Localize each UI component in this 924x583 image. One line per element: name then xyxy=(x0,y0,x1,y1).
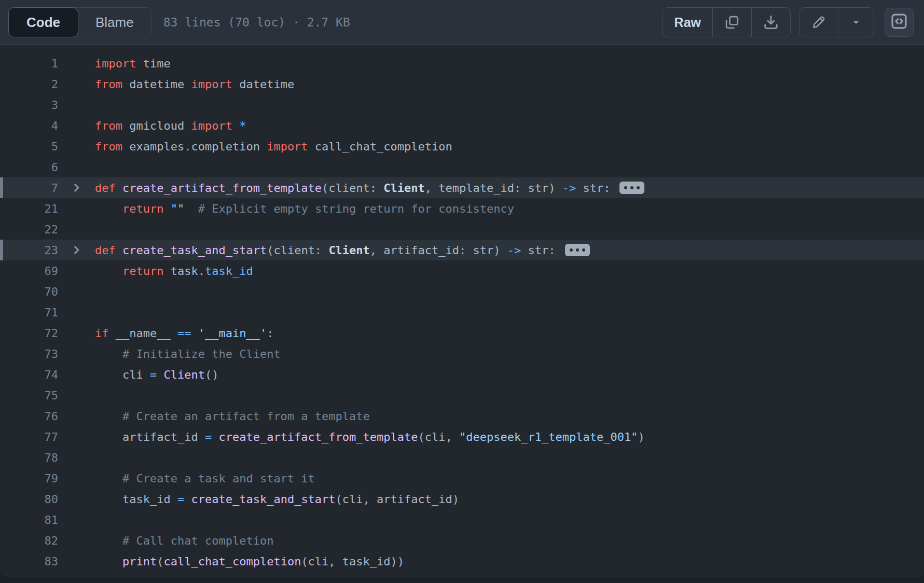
code-blame-switch: Code Blame xyxy=(8,7,152,37)
code-text: task_id = create_task_and_start(cli, art… xyxy=(95,493,459,506)
edit-dropdown-button[interactable] xyxy=(838,8,874,37)
line-number[interactable]: 69 xyxy=(0,265,58,277)
code-text: cli = Client() xyxy=(95,368,218,381)
pencil-icon xyxy=(811,15,826,30)
code-line: 76 # Create an artifact from a template xyxy=(0,406,924,426)
file-meta-info: 83 lines (70 loc) · 2.7 KB xyxy=(163,16,350,29)
code-line: 21 return "" # Explicit empty string ret… xyxy=(0,198,924,219)
edit-actions-group xyxy=(799,7,874,37)
code-line: 72if __name__ == '__main__': xyxy=(0,323,924,343)
chevron-down-icon xyxy=(850,16,862,29)
line-number[interactable]: 74 xyxy=(0,368,58,381)
code-text: from gmicloud import * xyxy=(95,119,246,132)
expand-collapsed-code-button[interactable] xyxy=(565,244,590,256)
code-text: from datetime import datetime xyxy=(95,78,294,91)
file-viewer-panel: Code Blame 83 lines (70 loc) · 2.7 KB Ra… xyxy=(0,0,924,577)
code-line: 82 # Call chat completion xyxy=(0,530,924,551)
code-symbols-icon xyxy=(890,12,908,32)
code-line: 79 # Create a task and start it xyxy=(0,468,924,489)
line-number[interactable]: 7 xyxy=(0,182,58,195)
copy-button[interactable] xyxy=(712,8,751,37)
line-number[interactable]: 21 xyxy=(0,202,58,215)
raw-button[interactable]: Raw xyxy=(663,8,712,37)
code-text: import time xyxy=(95,57,171,70)
line-number[interactable]: 72 xyxy=(0,327,58,340)
line-number[interactable]: 2 xyxy=(0,78,58,91)
code-line: 70 xyxy=(0,281,924,302)
code-line: 4from gmicloud import * xyxy=(0,115,924,136)
code-line: 83 print(call_chat_completion(cli, task_… xyxy=(0,551,924,572)
code-text: return task.task_id xyxy=(95,265,253,277)
line-number[interactable]: 76 xyxy=(0,410,58,423)
code-text: if __name__ == '__main__': xyxy=(95,327,273,340)
code-line: 69 return task.task_id xyxy=(0,260,924,281)
edit-button[interactable] xyxy=(799,8,838,37)
line-number[interactable]: 81 xyxy=(0,513,58,526)
code-line: 22 xyxy=(0,219,924,240)
line-number[interactable]: 80 xyxy=(0,493,58,506)
line-number[interactable]: 6 xyxy=(0,161,58,174)
tab-code[interactable]: Code xyxy=(8,7,78,37)
code-text: # Create an artifact from a template xyxy=(95,410,370,423)
symbols-panel-button[interactable] xyxy=(885,8,914,37)
code-text: def create_task_and_start(client: Client… xyxy=(95,244,590,257)
code-line: 73 # Initialize the Client xyxy=(0,343,924,364)
chevron-right-icon[interactable] xyxy=(71,182,82,193)
line-number[interactable]: 77 xyxy=(0,431,58,443)
line-number[interactable]: 23 xyxy=(0,244,58,257)
file-toolbar: Code Blame 83 lines (70 loc) · 2.7 KB Ra… xyxy=(0,0,924,45)
code-line: 5from examples.completion import call_ch… xyxy=(0,136,924,157)
code-text: artifact_id = create_artifact_from_templ… xyxy=(95,431,645,443)
line-number[interactable]: 78 xyxy=(0,451,58,464)
line-number[interactable]: 75 xyxy=(0,389,58,402)
line-number[interactable]: 1 xyxy=(0,57,58,70)
code-line: 78 xyxy=(0,447,924,468)
line-number[interactable]: 22 xyxy=(0,223,58,236)
code-line: 23def create_task_and_start(client: Clie… xyxy=(0,240,924,260)
code-line: 77 artifact_id = create_artifact_from_te… xyxy=(0,426,924,447)
code-text: # Create a task and start it xyxy=(95,472,315,485)
code-text: def create_artifact_from_template(client… xyxy=(95,182,644,195)
code-line: 71 xyxy=(0,302,924,323)
code-line: 1import time xyxy=(0,53,924,74)
code-text: return "" # Explicit empty string return… xyxy=(95,202,514,215)
download-icon xyxy=(763,15,779,30)
line-number[interactable]: 83 xyxy=(0,555,58,568)
expand-collapsed-code-button[interactable] xyxy=(619,182,644,194)
raw-actions-group: Raw xyxy=(663,7,791,37)
code-line: 74 cli = Client() xyxy=(0,364,924,385)
line-number[interactable]: 5 xyxy=(0,140,58,153)
tab-blame[interactable]: Blame xyxy=(78,8,151,37)
code-lines: 1import time2from datetime import dateti… xyxy=(0,45,924,577)
chevron-right-icon[interactable] xyxy=(71,244,82,256)
line-number[interactable]: 70 xyxy=(0,285,58,298)
code-line: 75 xyxy=(0,385,924,406)
code-text: # Initialize the Client xyxy=(95,348,281,360)
line-number[interactable]: 73 xyxy=(0,348,58,360)
code-line: 6 xyxy=(0,157,924,177)
download-button[interactable] xyxy=(751,8,790,37)
line-number[interactable]: 3 xyxy=(0,99,58,112)
code-text: from examples.completion import call_cha… xyxy=(95,140,452,153)
line-number[interactable]: 4 xyxy=(0,119,58,132)
line-number[interactable]: 71 xyxy=(0,306,58,319)
code-line: 81 xyxy=(0,509,924,530)
line-number[interactable]: 79 xyxy=(0,472,58,485)
code-text: print(call_chat_completion(cli, task_id)… xyxy=(95,555,404,568)
copy-icon xyxy=(724,15,740,30)
code-text: # Call chat completion xyxy=(95,534,273,547)
code-line: 7def create_artifact_from_template(clien… xyxy=(0,177,924,198)
code-line: 80 task_id = create_task_and_start(cli, … xyxy=(0,489,924,509)
code-line: 3 xyxy=(0,94,924,115)
line-number[interactable]: 82 xyxy=(0,534,58,547)
code-line: 2from datetime import datetime xyxy=(0,74,924,94)
